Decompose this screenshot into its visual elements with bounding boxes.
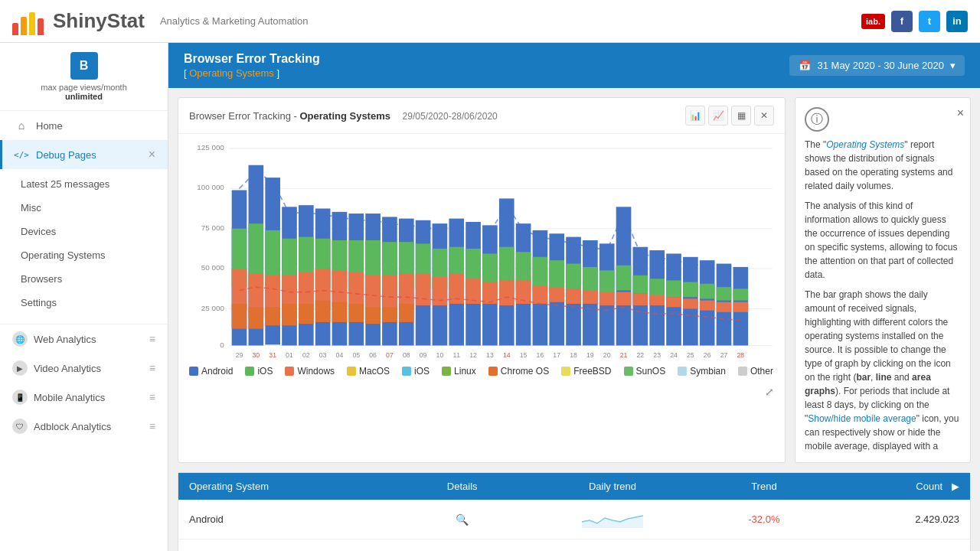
svg-text:08: 08 [403,351,410,357]
logo-icon [12,8,44,35]
subnav-settings[interactable]: Settings [0,291,168,315]
subnav-misc[interactable]: Misc [0,196,168,220]
svg-text:75 000: 75 000 [201,223,225,232]
svg-rect-99 [649,279,665,295]
analytics-mobile-label: Mobile Analytics [34,392,105,403]
trend-android: -32,0% [705,500,824,540]
info-icon: ⓘ [805,107,829,132]
freebsd-color [561,367,570,376]
svg-text:01: 01 [286,351,293,357]
info-os-link: Operating Systems [826,139,904,150]
chart-svg: 125 000 100 000 75 000 50 000 25 000 0 [189,140,774,357]
details-android[interactable]: 🔍 [404,500,520,540]
sidebar-item-home[interactable]: ⌂ Home [0,111,168,140]
details-ios[interactable]: 🔍 [404,540,520,552]
x-button[interactable]: ✕ [754,106,774,126]
svg-text:16: 16 [537,351,544,357]
web-icon: 🌐 [12,331,28,347]
header: ShinyStat Analytics & Marketing Automati… [0,0,980,43]
table-nav-button[interactable]: ▶ [952,481,959,492]
svg-text:50 000: 50 000 [201,263,225,272]
svg-text:29: 29 [236,351,243,357]
chart-date: 29/05/2020-28/06/2020 [403,111,498,122]
svg-text:10: 10 [436,351,444,357]
top-bar: Browser Error Tracking [ Operating Syste… [168,43,980,88]
svg-text:27: 27 [720,351,728,357]
subnav-os[interactable]: Operating Systems [0,243,168,267]
legend-macos-label: MacOS [359,366,390,377]
legend-symbian: Symbian [678,366,726,377]
svg-text:02: 02 [302,351,310,357]
twitter-button[interactable]: t [919,11,940,32]
close-icon[interactable]: × [149,148,155,161]
col-count: Count ▶ [823,473,970,500]
hamburger-icon[interactable]: ≡ [149,333,155,345]
linkedin-button[interactable]: in [946,11,968,32]
hamburger-icon-2[interactable]: ≡ [149,362,155,374]
svg-rect-102 [666,280,681,297]
hamburger-icon-4[interactable]: ≡ [149,420,155,432]
legend-freebsd: FreeBSD [561,366,611,377]
svg-text:24: 24 [670,351,678,357]
windows-color [285,367,294,376]
profile-icon: B [70,52,98,80]
svg-rect-106 [683,298,698,308]
area-chart-button[interactable]: ▦ [731,106,751,126]
mobile-icon: 📱 [12,390,28,405]
svg-text:25 000: 25 000 [201,304,225,312]
svg-text:09: 09 [420,351,427,357]
line-chart-button[interactable]: 📈 [708,106,728,126]
legend-symbian-label: Symbian [690,366,726,377]
svg-rect-73 [499,280,514,305]
svg-rect-105 [683,282,698,298]
trend-ios-chart [520,540,704,552]
facebook-button[interactable]: f [891,11,913,32]
subnav-devices[interactable]: Devices [0,220,168,243]
svg-text:25: 25 [687,351,694,357]
bar-chart-button[interactable]: 📊 [685,106,705,126]
svg-text:23: 23 [653,351,661,357]
svg-text:13: 13 [486,351,494,357]
sidebar: B max page views/month unlimited ⌂ Home … [0,43,168,551]
svg-rect-19 [248,307,263,328]
analytics-video[interactable]: ▶ Video Analytics ≡ [0,354,168,383]
svg-text:14: 14 [503,351,511,357]
svg-rect-114 [733,289,749,300]
svg-text:21: 21 [620,351,628,357]
calendar-icon: 📅 [799,60,811,71]
data-table: Operating System Details Daily trend Tre… [178,472,971,551]
legend-freebsd-label: FreeBSD [573,366,611,377]
os-link[interactable]: Operating Systems [189,67,274,79]
hamburger-icon-3[interactable]: ≡ [149,391,155,403]
svg-rect-43 [348,304,364,322]
svg-rect-42 [348,272,364,307]
svg-text:12: 12 [469,351,477,357]
other-color [738,367,747,376]
adblock-icon: 🛡 [12,419,28,434]
expand-icon[interactable]: ⤢ [765,386,774,398]
sidebar-item-debug-label: Debug Pages [36,149,96,161]
android-color [189,367,198,376]
sidebar-item-home-label: Home [36,120,63,132]
svg-rect-115 [733,302,749,312]
analytics-web[interactable]: 🌐 Web Analytics ≡ [0,324,168,354]
date-selector[interactable]: 📅 31 May 2020 - 30 June 2020 ▾ [789,55,965,76]
legend-ios2: iOS [402,366,430,377]
subnav-latest[interactable]: Latest 25 messages [0,172,168,196]
analytics-mobile[interactable]: 📱 Mobile Analytics ≡ [0,383,168,412]
subnav-browsers[interactable]: Browsers [0,267,168,291]
svg-rect-87 [583,267,598,292]
svg-rect-82 [549,287,564,302]
mobile-avg-link[interactable]: Show/hide mobile average [808,413,916,424]
svg-text:06: 06 [369,351,377,357]
svg-rect-23 [265,307,280,325]
sub-nav: Latest 25 messages Misc Devices Operatin… [0,169,168,318]
analytics-adblock[interactable]: 🛡 Adblock Analytics ≡ [0,412,168,441]
sidebar-item-debug[interactable]: </> Debug Pages × [0,140,168,169]
macos-color [347,367,356,376]
svg-text:03: 03 [319,351,327,357]
svg-rect-38 [332,270,348,307]
analytics-web-label: Web Analytics [34,334,96,345]
close-info-button[interactable]: × [957,104,964,122]
svg-text:18: 18 [570,351,577,357]
